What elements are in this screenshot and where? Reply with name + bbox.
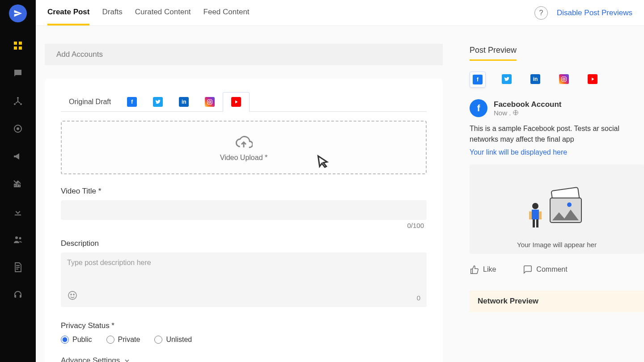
nav-analytics[interactable]	[8, 174, 28, 194]
preview-title: Post Preview	[470, 46, 517, 61]
add-accounts-bar[interactable]: Add Accounts	[45, 44, 443, 65]
radio-public-label: Public	[72, 336, 92, 344]
ptab-original[interactable]: Original Draft	[61, 93, 119, 110]
chat-icon	[13, 68, 23, 79]
svg-point-14	[71, 294, 72, 295]
pv-linkedin[interactable]: in	[528, 72, 543, 88]
privacy-radios: Public Private Unlisted	[61, 336, 427, 344]
like-label: Like	[483, 265, 496, 274]
svg-point-22	[532, 203, 538, 209]
cursor-icon	[312, 154, 330, 172]
svg-point-6	[20, 103, 22, 105]
advance-settings[interactable]: Advance Settings	[61, 356, 427, 362]
pv-youtube[interactable]	[585, 72, 600, 88]
preview-column: Post Preview f in f Facebook Account Now…	[465, 26, 644, 362]
thumbs-up-icon	[470, 265, 479, 274]
ptab-facebook[interactable]: f	[119, 93, 145, 111]
pv-instagram[interactable]	[556, 72, 572, 88]
emoji-icon	[67, 290, 78, 301]
radio-unlisted[interactable]: Unlisted	[154, 336, 192, 344]
tab-feed[interactable]: Feed Content	[203, 0, 250, 25]
target-icon	[13, 123, 23, 134]
topbar: Create Post Drafts Curated Content Feed …	[36, 0, 644, 26]
comment-button[interactable]: Comment	[523, 265, 567, 274]
twitter-icon	[502, 74, 512, 84]
network-preview[interactable]: Network Preview	[470, 290, 644, 312]
svg-point-5	[14, 103, 16, 105]
desc-char-count: 0	[417, 294, 420, 302]
disable-previews-link[interactable]: Disable Post Previews	[557, 8, 632, 17]
facebook-icon: f	[127, 97, 137, 107]
ptab-youtube[interactable]	[223, 92, 250, 112]
preview-platforms: f in	[470, 72, 644, 88]
tab-create-post[interactable]: Create Post	[47, 0, 89, 25]
preview-time: Now .	[494, 109, 561, 117]
image-placeholder-icon	[525, 185, 588, 234]
svg-rect-1	[19, 42, 22, 45]
svg-rect-23	[532, 210, 539, 219]
title-char-count: 0/100	[61, 222, 427, 229]
app-logo[interactable]	[9, 4, 27, 22]
upload-area[interactable]: Video Upload *	[61, 121, 427, 174]
sidebar	[0, 0, 36, 362]
send-icon	[13, 9, 22, 18]
nav-messages[interactable]	[8, 63, 28, 83]
tab-drafts[interactable]: Drafts	[102, 0, 122, 25]
comment-label: Comment	[536, 265, 567, 274]
svg-rect-25	[539, 211, 542, 219]
twitter-icon	[153, 97, 163, 107]
upload-label: Video Upload *	[220, 154, 267, 162]
svg-rect-11	[208, 99, 212, 104]
pv-facebook[interactable]: f	[470, 72, 486, 88]
preview-link[interactable]: Your link will be displayed here	[470, 148, 644, 156]
help-button[interactable]: ?	[534, 6, 548, 20]
nav-support[interactable]	[8, 285, 28, 305]
instagram-icon	[559, 74, 569, 84]
megaphone-icon	[13, 151, 23, 162]
svg-rect-26	[533, 219, 535, 227]
ptab-instagram[interactable]	[197, 93, 223, 111]
like-button[interactable]: Like	[470, 265, 496, 274]
desc-wrap: 0	[61, 253, 427, 307]
nav-target[interactable]	[8, 119, 28, 139]
preview-body: This is a sample Facebook post. Tests ar…	[470, 123, 644, 145]
title-label: Video Title *	[61, 187, 427, 196]
svg-rect-24	[529, 211, 532, 219]
radio-private[interactable]: Private	[106, 336, 140, 344]
radio-unlisted-label: Unlisted	[166, 336, 192, 344]
globe-icon	[513, 109, 519, 116]
main-tabs: Create Post Drafts Curated Content Feed …	[47, 0, 250, 25]
emoji-button[interactable]	[67, 290, 78, 303]
svg-point-17	[563, 78, 565, 80]
radio-public[interactable]: Public	[61, 336, 92, 344]
desc-textarea[interactable]	[67, 259, 420, 299]
chevron-down-icon	[123, 357, 131, 362]
preview-image: Your Image will appear her	[470, 164, 644, 254]
nav-dashboard[interactable]	[8, 36, 28, 55]
download-icon	[13, 206, 23, 217]
nav-download[interactable]	[8, 202, 28, 222]
headset-icon	[13, 290, 23, 300]
nav-announce[interactable]	[8, 147, 28, 166]
title-input[interactable]	[61, 200, 427, 220]
linkedin-icon: in	[530, 74, 540, 84]
comment-icon	[523, 265, 533, 274]
nav-docs[interactable]	[8, 257, 28, 277]
pv-twitter[interactable]	[499, 72, 514, 88]
svg-point-9	[15, 236, 18, 239]
nav-network[interactable]	[8, 91, 28, 111]
people-icon	[13, 234, 23, 245]
ptab-linkedin[interactable]: in	[171, 93, 197, 111]
svg-rect-2	[14, 46, 17, 50]
svg-rect-16	[562, 77, 567, 82]
svg-rect-3	[19, 46, 22, 50]
ptab-twitter[interactable]	[145, 93, 171, 111]
grid-icon	[13, 40, 23, 51]
tab-curated[interactable]: Curated Content	[135, 0, 191, 25]
nav-people[interactable]	[8, 230, 28, 249]
advance-label: Advance Settings	[61, 356, 120, 362]
cloud-upload-icon	[235, 133, 253, 151]
svg-rect-27	[536, 219, 538, 227]
desc-label: Description	[61, 239, 427, 248]
facebook-icon: f	[473, 75, 483, 84]
